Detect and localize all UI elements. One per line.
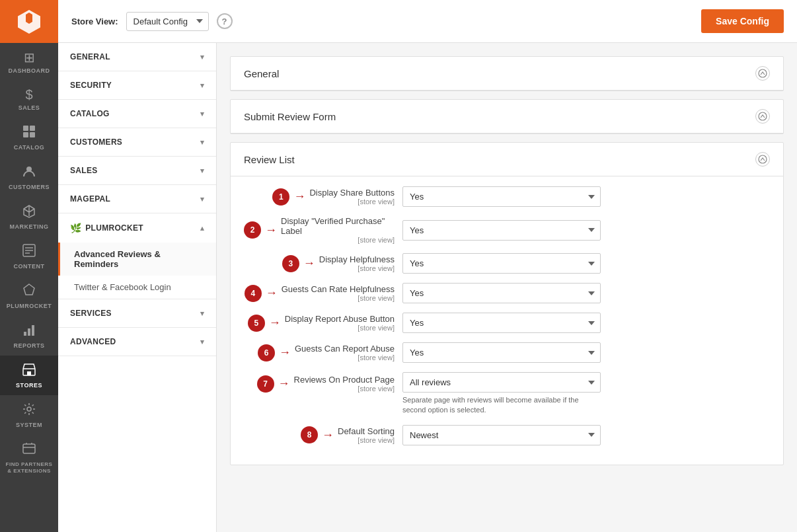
save-config-button[interactable]: Save Config bbox=[701, 9, 784, 33]
row7-label: Reviews On Product Page [store view] bbox=[294, 375, 395, 393]
plumrocket-header-group: 🌿 PLUMROCKET bbox=[70, 223, 143, 233]
sidebar-item-marketing[interactable]: MARKETING bbox=[0, 197, 58, 237]
content-icon bbox=[22, 243, 36, 261]
nav-section-label-security: SECURITY bbox=[70, 81, 112, 90]
plumrocket-subitems: Advanced Reviews & Reminders Twitter & F… bbox=[58, 243, 216, 299]
sidebar-item-plumrocket[interactable]: PLUMROCKET bbox=[0, 276, 58, 316]
help-button[interactable]: ? bbox=[217, 13, 233, 29]
config-section-review-list: Review List 1 → bbox=[230, 142, 784, 465]
nav-section-header-magepal[interactable]: MAGEPAL ▾ bbox=[58, 185, 216, 213]
row5-label-scope: [store view] bbox=[358, 324, 395, 332]
catalog-icon bbox=[22, 124, 36, 142]
logo bbox=[0, 0, 58, 43]
svg-rect-14 bbox=[27, 371, 31, 375]
svg-rect-12 bbox=[32, 325, 34, 336]
sidebar: ⊞ DASHBOARD $ SALES CATALOG CUSTOMERS MA… bbox=[0, 0, 58, 532]
row3-label-scope: [store view] bbox=[358, 264, 395, 272]
nav-section-general: GENERAL ▾ bbox=[58, 43, 216, 71]
nav-section-header-customers[interactable]: CUSTOMERS ▾ bbox=[58, 128, 216, 156]
system-icon bbox=[22, 402, 36, 420]
svg-rect-16 bbox=[23, 444, 35, 453]
arrow-icon-8: → bbox=[322, 428, 334, 442]
row6-select[interactable]: YesNo bbox=[402, 342, 601, 363]
marketing-icon bbox=[22, 204, 36, 221]
sidebar-item-stores[interactable]: STORES bbox=[0, 356, 58, 395]
config-row-4: 4 → Guests Can Rate Helpfulness [store v… bbox=[244, 283, 770, 303]
sidebar-item-reports[interactable]: REPORTS bbox=[0, 316, 58, 356]
row3-label-group: 3 → Display Helpfulness [store view] bbox=[244, 254, 402, 272]
row2-select[interactable]: YesNo bbox=[402, 220, 601, 241]
row1-select[interactable]: YesNo bbox=[402, 186, 601, 207]
sidebar-item-find-partners[interactable]: FIND PARTNERS & EXTENSIONS bbox=[0, 435, 58, 480]
row3-select[interactable]: YesNo bbox=[402, 253, 601, 274]
row6-label: Guests Can Report Abuse [store view] bbox=[295, 344, 395, 361]
nav-section-customers: CUSTOMERS ▾ bbox=[58, 128, 216, 157]
sidebar-label-catalog: CATALOG bbox=[14, 144, 45, 151]
row8-label: Default Sorting [store view] bbox=[338, 426, 395, 444]
step-badge-1: 1 bbox=[272, 188, 289, 206]
collapse-icon-submit bbox=[758, 112, 767, 121]
svg-marker-9 bbox=[24, 284, 34, 295]
row7-help-text: Separate page with reviews will become a… bbox=[402, 395, 601, 416]
config-row-7: 7 → Reviews On Product Page [store view]… bbox=[244, 372, 770, 416]
row7-label-text: Reviews On Product Page bbox=[294, 375, 395, 385]
config-row-3: 3 → Display Helpfulness [store view] Yes… bbox=[244, 253, 770, 274]
nav-section-header-security[interactable]: SECURITY ▾ bbox=[58, 71, 216, 99]
nav-section-sales: SALES ▾ bbox=[58, 157, 216, 185]
row5-label-text: Display Report Abuse Button bbox=[285, 314, 395, 324]
row4-select[interactable]: YesNo bbox=[402, 283, 601, 303]
nav-section-header-advanced[interactable]: ADVANCED ▾ bbox=[58, 328, 216, 356]
nav-section-header-catalog[interactable]: CATALOG ▾ bbox=[58, 100, 216, 128]
sidebar-item-sales[interactable]: $ SALES bbox=[0, 81, 58, 118]
row5-label-group: 5 → Display Report Abuse Button [store v… bbox=[244, 314, 402, 332]
config-section-header-review-list[interactable]: Review List bbox=[231, 143, 783, 176]
row7-control-group: All reviewsRecent reviews Separate page … bbox=[402, 372, 601, 416]
sidebar-item-customers[interactable]: CUSTOMERS bbox=[0, 157, 58, 197]
nav-section-header-plumrocket[interactable]: 🌿 PLUMROCKET ▴ bbox=[58, 213, 216, 243]
sidebar-label-find-partners: FIND PARTNERS & EXTENSIONS bbox=[3, 461, 55, 474]
row6-label-scope: [store view] bbox=[358, 354, 395, 361]
nav-section-header-general[interactable]: GENERAL ▾ bbox=[58, 43, 216, 71]
topbar: Store View: Default Config ? Save Config bbox=[58, 0, 797, 43]
collapse-btn-submit-review[interactable] bbox=[755, 109, 770, 124]
nav-section-header-services[interactable]: SERVICES ▾ bbox=[58, 299, 216, 327]
sidebar-label-dashboard: DASHBOARD bbox=[9, 67, 50, 74]
collapse-btn-general[interactable] bbox=[755, 66, 770, 81]
step-badge-4: 4 bbox=[245, 285, 262, 302]
config-row-6: 6 → Guests Can Report Abuse [store view]… bbox=[244, 342, 770, 363]
row2-label-group: 2 → Display "Verified Purchase" Label [s… bbox=[244, 216, 402, 244]
chevron-down-icon-services: ▾ bbox=[200, 309, 204, 318]
nav-section-header-sales[interactable]: SALES ▾ bbox=[58, 157, 216, 184]
sidebar-item-catalog[interactable]: CATALOG bbox=[0, 118, 58, 157]
left-nav: GENERAL ▾ SECURITY ▾ CATALOG ▾ CUSTOMERS bbox=[58, 43, 217, 532]
config-row-1: 1 → Display Share Buttons [store view] Y… bbox=[244, 186, 770, 207]
chevron-down-icon-sales: ▾ bbox=[200, 167, 204, 175]
config-section-header-submit-review[interactable]: Submit Review Form bbox=[231, 100, 783, 133]
config-row-8: 8 → Default Sorting [store view] NewestO… bbox=[244, 425, 770, 445]
row7-select[interactable]: All reviewsRecent reviews bbox=[402, 372, 601, 393]
store-view-select[interactable]: Default Config bbox=[126, 12, 209, 31]
row2-label-scope: [store view] bbox=[358, 236, 395, 244]
config-section-header-general[interactable]: General bbox=[231, 57, 783, 91]
customers-icon bbox=[22, 164, 36, 182]
chevron-down-icon-advanced: ▾ bbox=[200, 338, 204, 346]
sidebar-item-content[interactable]: CONTENT bbox=[0, 237, 58, 276]
row5-select[interactable]: YesNo bbox=[402, 313, 601, 333]
nav-subitem-advanced-reviews[interactable]: Advanced Reviews & Reminders bbox=[58, 243, 216, 276]
nav-subitem-twitter-facebook[interactable]: Twitter & Facebook Login bbox=[58, 276, 216, 299]
arrow-icon-3: → bbox=[303, 256, 315, 270]
collapse-icon-review-list bbox=[758, 155, 767, 164]
sidebar-item-dashboard[interactable]: ⊞ DASHBOARD bbox=[0, 43, 58, 81]
row4-label-group: 4 → Guests Can Rate Helpfulness [store v… bbox=[244, 284, 402, 302]
arrow-icon-4: → bbox=[266, 286, 278, 300]
sidebar-item-system[interactable]: SYSTEM bbox=[0, 395, 58, 435]
row4-label: Guests Can Rate Helpfulness [store view] bbox=[282, 284, 395, 302]
svg-point-19 bbox=[759, 155, 767, 163]
step-badge-6: 6 bbox=[258, 344, 275, 361]
row2-label-text: Display "Verified Purchase" Label bbox=[281, 216, 395, 236]
row8-select[interactable]: NewestOldestMost Helpful bbox=[402, 425, 601, 445]
collapse-btn-review-list[interactable] bbox=[755, 152, 770, 167]
sidebar-label-stores: STORES bbox=[16, 382, 42, 389]
config-section-title-review-list: Review List bbox=[244, 154, 295, 165]
row5-label: Display Report Abuse Button [store view] bbox=[285, 314, 395, 332]
